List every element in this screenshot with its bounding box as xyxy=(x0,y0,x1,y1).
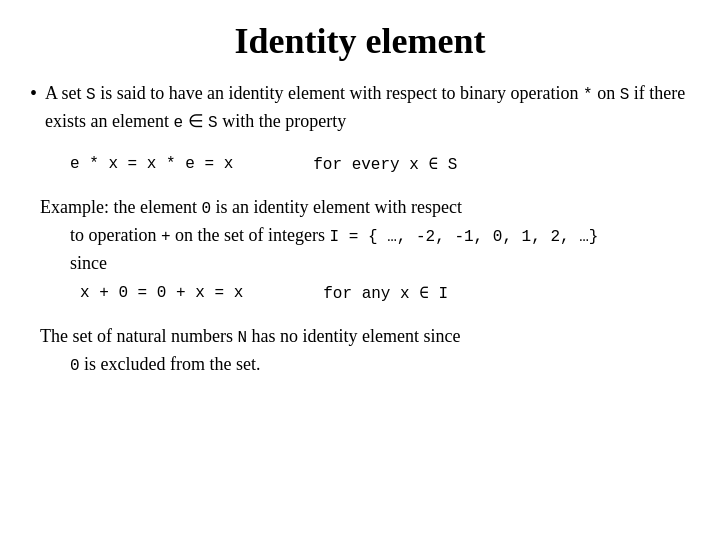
example-line2-prefix: to operation xyxy=(70,225,161,245)
set-s2: S xyxy=(620,86,630,104)
example-line3: since xyxy=(70,250,700,278)
example-mid: is an identity element with respect xyxy=(211,197,462,217)
formula2-left: x + 0 = 0 + x = x xyxy=(80,284,243,302)
in-symbol: ∈ xyxy=(183,111,208,131)
bullet-mid1: is said to have an identity element with… xyxy=(96,83,583,103)
page-title: Identity element xyxy=(30,20,690,62)
example-section: Example: the element 0 is an identity el… xyxy=(40,194,700,278)
set-s3: S xyxy=(208,114,218,132)
last-N: N xyxy=(237,329,247,347)
element-e: e xyxy=(173,114,183,132)
example-line2-mid: on the set of integers xyxy=(171,225,330,245)
bullet-point: • xyxy=(30,82,37,105)
last-line2: 0 is excluded from the set. xyxy=(70,351,461,379)
bullet-mid2: on xyxy=(593,83,620,103)
last-prefix: The set of natural numbers xyxy=(40,326,237,346)
last-line1: The set of natural numbers N has no iden… xyxy=(40,323,461,351)
formula-row-2: x + 0 = 0 + x = x for any x ∈ I xyxy=(80,283,448,303)
example-line1: Example: the element 0 is an identity el… xyxy=(40,194,700,222)
set-s1: S xyxy=(86,86,96,104)
example-prefix: Example: the element xyxy=(40,197,201,217)
bullet-section: • A set S is said to have an identity el… xyxy=(30,80,690,136)
formula-row-1: e * x = x * e = x for every x ∈ S xyxy=(70,154,457,174)
formula2-right: for any x ∈ I xyxy=(323,283,448,303)
last-section: The set of natural numbers N has no iden… xyxy=(40,323,461,379)
bullet-suffix: with the property xyxy=(218,111,346,131)
example-zero: 0 xyxy=(201,200,211,218)
last-zero: 0 xyxy=(70,357,80,375)
example-set: I = { …, -2, -1, 0, 1, 2, …} xyxy=(330,228,599,246)
formula1-right: for every x ∈ S xyxy=(313,154,457,174)
formula1-left: e * x = x * e = x xyxy=(70,155,233,173)
last-mid: has no identity element since xyxy=(247,326,460,346)
last-suffix: is excluded from the set. xyxy=(80,354,261,374)
example-line2: to operation + on the set of integers I … xyxy=(70,222,700,250)
bullet-text: A set S is said to have an identity elem… xyxy=(45,80,690,136)
example-plus: + xyxy=(161,228,171,246)
star-symbol: * xyxy=(583,86,593,104)
bullet-prefix: A set xyxy=(45,83,86,103)
